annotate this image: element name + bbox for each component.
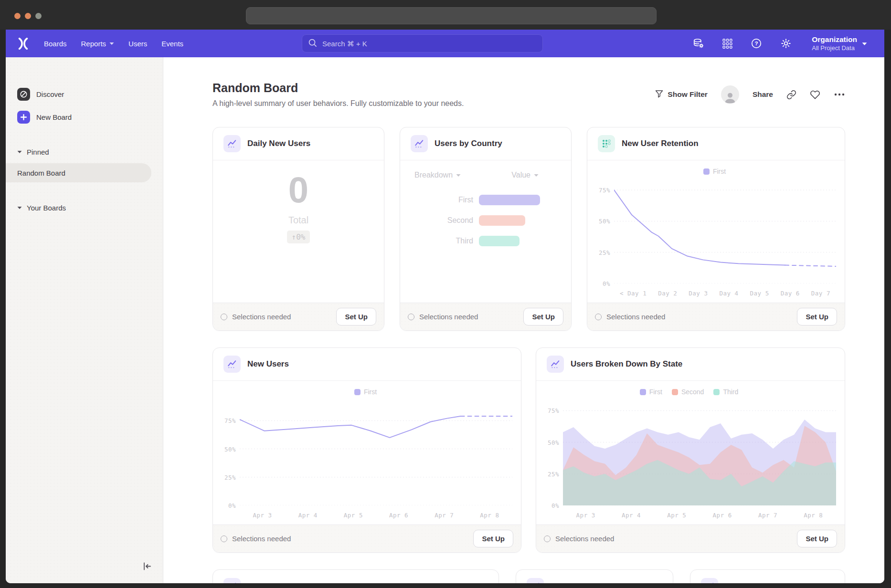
state-area-chart: FirstSecondThird 75%50%25%0% Apr 3Apr 4A… bbox=[542, 386, 836, 519]
sidebar-item-discover[interactable]: Discover bbox=[17, 84, 163, 104]
more-options-icon[interactable] bbox=[834, 93, 845, 96]
y-tick-label: 50% bbox=[548, 439, 559, 446]
org-switcher[interactable]: Organization All Project Data bbox=[812, 35, 867, 52]
x-tick-label: Day 5 bbox=[750, 290, 769, 297]
svg-text:?: ? bbox=[755, 41, 758, 46]
x-axis: < Day 1Day 2Day 3Day 4Day 5Day 6Day 7 bbox=[593, 284, 836, 297]
top-nav: BoardsReportsUsersEvents bbox=[6, 30, 884, 57]
card-title: Stacked Line Graph bbox=[247, 582, 324, 584]
chart-legend: First bbox=[219, 386, 512, 398]
card-new-user-retention: New User Retention First 75%50%25%0% < D… bbox=[587, 127, 845, 331]
org-project: All Project Data bbox=[812, 44, 857, 52]
nav-item-events[interactable]: Events bbox=[161, 40, 183, 48]
search-field[interactable] bbox=[321, 39, 537, 48]
org-name: Organization bbox=[812, 35, 857, 44]
card-title: Daily New Users bbox=[247, 139, 310, 148]
nav-item-boards[interactable]: Boards bbox=[44, 40, 67, 48]
titlebar bbox=[0, 0, 891, 30]
card-new-users: New Users First 75%50%25%0% Apr 3Apr 4Ap… bbox=[212, 347, 521, 553]
x-tick-label: Apr 8 bbox=[480, 512, 499, 519]
settings-gear-icon[interactable] bbox=[780, 38, 792, 49]
status-circle-icon bbox=[408, 314, 414, 320]
legend-chip bbox=[713, 389, 720, 395]
y-axis: 75%50%25%0% bbox=[542, 398, 563, 505]
breakdown-row: Second bbox=[400, 215, 571, 226]
sidebar-section-your-boards[interactable]: Your Boards bbox=[17, 204, 163, 212]
metric-label: Total bbox=[288, 215, 308, 226]
sidebar-item-new-board[interactable]: New Board bbox=[17, 107, 163, 126]
legend-item-first: First bbox=[703, 168, 726, 175]
search-icon bbox=[308, 38, 317, 49]
status-circle-icon bbox=[595, 314, 602, 320]
apps-grid-icon[interactable] bbox=[722, 39, 732, 49]
set-up-button[interactable]: Set Up bbox=[797, 530, 837, 547]
sidebar-item-label: New Board bbox=[36, 113, 72, 121]
chevron-down-icon bbox=[109, 42, 114, 45]
breakdown-dropdown[interactable]: Breakdown bbox=[414, 171, 461, 179]
sidebar-section-pinned[interactable]: Pinned bbox=[17, 148, 163, 156]
line-chart-icon bbox=[547, 356, 564, 373]
nav-item-users[interactable]: Users bbox=[128, 40, 147, 48]
zoom-window-button[interactable] bbox=[35, 13, 42, 19]
x-axis: Apr 3Apr 4Apr 5Apr 6Apr 7Apr 8 bbox=[542, 505, 836, 519]
status-text: Selections needed bbox=[232, 313, 291, 321]
x-tick-label: Apr 3 bbox=[576, 512, 595, 519]
copy-link-icon[interactable] bbox=[786, 90, 796, 100]
card-title: Active Users bbox=[725, 582, 774, 584]
legend-item-first: First bbox=[640, 388, 662, 396]
set-up-button[interactable]: Set Up bbox=[523, 308, 563, 326]
share-button[interactable]: Share bbox=[753, 90, 773, 99]
retention-chart: First 75%50%25%0% < Day 1Day 2Day 3Day 4… bbox=[593, 165, 836, 297]
legend-chip bbox=[354, 389, 361, 395]
y-axis: 75%50%25%0% bbox=[593, 178, 614, 284]
breakdown-bar bbox=[479, 215, 525, 226]
sidebar-item-label: Discover bbox=[36, 90, 64, 98]
app-logo[interactable] bbox=[17, 38, 30, 50]
window-frame: BoardsReportsUsersEvents bbox=[0, 0, 891, 588]
x-tick-label: Apr 3 bbox=[253, 512, 272, 519]
collapse-sidebar-icon[interactable] bbox=[142, 562, 152, 573]
help-icon[interactable]: ? bbox=[751, 38, 762, 49]
legend-chip bbox=[640, 389, 646, 395]
set-up-button[interactable]: Set Up bbox=[336, 308, 376, 326]
minimize-window-button[interactable] bbox=[25, 13, 31, 19]
legend-chip bbox=[672, 389, 678, 395]
card-title: Users by Country bbox=[435, 139, 502, 148]
breakdown-label: Second bbox=[400, 216, 473, 225]
close-window-button[interactable] bbox=[14, 13, 21, 19]
search-input[interactable] bbox=[302, 34, 543, 52]
page-title: Random Board bbox=[212, 81, 464, 95]
x-tick-label: Apr 6 bbox=[713, 512, 732, 519]
browser-url-bar[interactable] bbox=[246, 7, 657, 24]
y-tick-label: 75% bbox=[548, 407, 559, 414]
status-circle-icon bbox=[544, 536, 551, 542]
data-management-icon[interactable] bbox=[693, 38, 704, 49]
set-up-button[interactable]: Set Up bbox=[473, 530, 513, 547]
breakdown-bar bbox=[479, 195, 540, 205]
status-circle-icon bbox=[221, 536, 227, 542]
x-tick-label: Apr 4 bbox=[622, 512, 641, 519]
value-dropdown[interactable]: Value bbox=[511, 171, 539, 179]
x-tick-label: Day 6 bbox=[781, 290, 800, 297]
card-title: New User Retention bbox=[622, 139, 699, 148]
status-circle-icon bbox=[221, 314, 227, 320]
line-chart-icon bbox=[223, 356, 241, 373]
discover-icon bbox=[17, 88, 30, 101]
y-tick-label: 75% bbox=[599, 187, 610, 194]
chart-legend: FirstSecondThird bbox=[542, 386, 836, 398]
primary-nav: BoardsReportsUsersEvents bbox=[44, 40, 183, 48]
avatar[interactable] bbox=[721, 85, 739, 104]
line-chart-icon bbox=[701, 578, 718, 584]
x-tick-label: Apr 8 bbox=[804, 512, 823, 519]
sidebar-item-random-board[interactable]: Random Board bbox=[6, 163, 151, 182]
line-chart-icon bbox=[223, 135, 241, 152]
y-tick-label: 50% bbox=[224, 445, 236, 452]
nav-item-reports[interactable]: Reports bbox=[81, 40, 115, 48]
chevron-down-icon bbox=[17, 206, 22, 210]
x-tick-label: Day 4 bbox=[719, 290, 738, 297]
favorite-heart-icon[interactable] bbox=[810, 90, 820, 100]
board-main: Random Board A high-level summary of use… bbox=[163, 57, 884, 583]
show-filter-button[interactable]: Show Filter bbox=[655, 90, 708, 100]
line-chart-icon bbox=[411, 135, 428, 152]
set-up-button[interactable]: Set Up bbox=[797, 308, 837, 326]
